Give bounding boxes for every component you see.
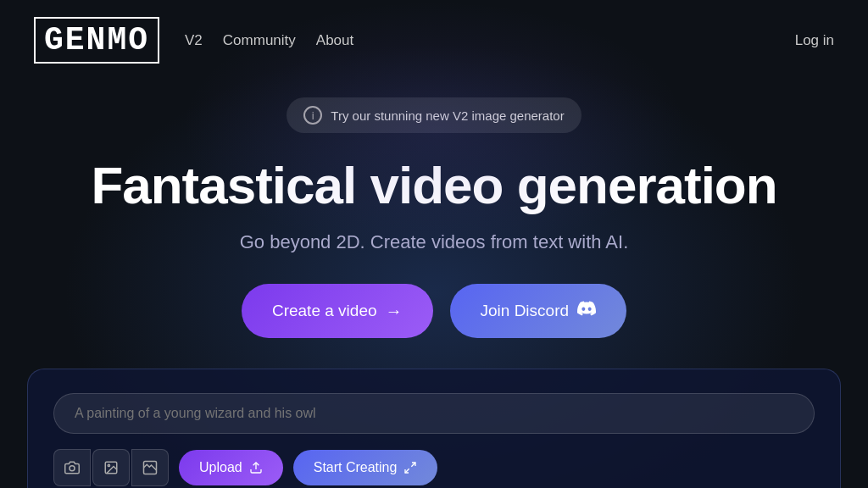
discord-icon [577,299,596,323]
start-creating-button[interactable]: Start Creating [293,450,438,485]
hero-heading: Fantastical video generation [91,157,776,214]
upload-button[interactable]: Upload [179,450,283,485]
prompt-input-wrapper[interactable] [53,393,815,434]
svg-point-0 [70,466,75,471]
nav-link-community[interactable]: Community [223,32,296,49]
nav-link-v2[interactable]: V2 [185,32,203,49]
svg-line-5 [412,463,416,467]
main-content: i Try our stunning new V2 image generato… [0,80,868,488]
svg-line-6 [405,469,409,474]
discord-label: Join Discord [481,302,570,320]
start-label: Start Creating [314,460,398,475]
navbar: GENMO V2 Community About Log in [0,0,868,80]
expand-icon [403,461,417,474]
icon-btn-group [53,449,169,486]
create-video-button[interactable]: Create a video → [242,284,433,338]
camera-icon-button[interactable] [53,449,91,486]
arrow-icon: → [386,302,403,321]
svg-point-2 [108,464,109,466]
logo[interactable]: GENMO [34,17,159,64]
nav-right: Log in [795,32,834,49]
create-video-label: Create a video [272,302,377,320]
nav-link-about[interactable]: About [316,32,353,49]
bottom-actions: Upload Start Creating [53,449,815,486]
info-icon: i [303,106,322,125]
join-discord-button[interactable]: Join Discord [450,284,627,338]
gallery-icon-button[interactable] [131,449,169,486]
bottom-panel: Upload Start Creating [27,369,841,488]
prompt-input[interactable] [75,406,793,421]
upload-label: Upload [199,460,242,475]
info-banner[interactable]: i Try our stunning new V2 image generato… [287,97,581,133]
banner-text: Try our stunning new V2 image generator [331,108,564,123]
upload-icon [249,461,263,474]
nav-links: V2 Community About [185,32,353,49]
login-button[interactable]: Log in [795,32,834,49]
image-icon-button[interactable] [92,449,130,486]
hero-subtext: Go beyond 2D. Create videos from text wi… [240,231,629,253]
cta-buttons: Create a video → Join Discord [242,284,626,338]
